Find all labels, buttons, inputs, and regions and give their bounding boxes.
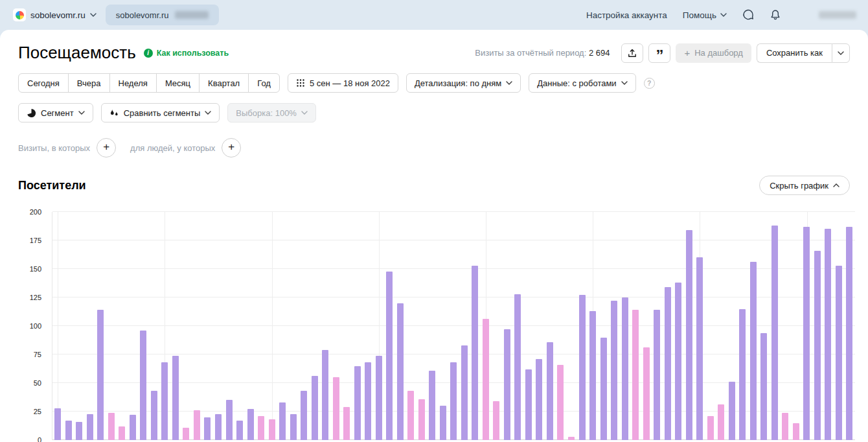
bar[interactable] (707, 416, 714, 440)
bar[interactable] (675, 283, 681, 440)
bar[interactable] (611, 301, 617, 440)
bar[interactable] (236, 421, 243, 440)
bar[interactable] (183, 428, 189, 440)
bell-icon[interactable] (770, 9, 781, 21)
bar[interactable] (354, 366, 361, 440)
user-account[interactable] (797, 6, 856, 23)
bar[interactable] (825, 229, 831, 440)
bar[interactable] (172, 356, 179, 440)
bar[interactable] (194, 410, 200, 440)
bar[interactable] (654, 310, 660, 440)
add-user-condition-button[interactable]: + (222, 138, 241, 157)
chat-icon[interactable] (742, 9, 754, 21)
bar[interactable] (312, 376, 318, 440)
bar[interactable] (140, 331, 146, 440)
segment-button[interactable]: Сегмент (18, 103, 93, 122)
bar[interactable] (108, 413, 115, 440)
period-button-2[interactable]: Неделя (109, 73, 157, 93)
date-range-button[interactable]: 5 сен — 18 ноя 2022 (288, 73, 398, 93)
period-button-3[interactable]: Месяц (156, 73, 200, 93)
bar[interactable] (215, 414, 222, 440)
bar[interactable] (600, 338, 607, 440)
bar[interactable] (54, 408, 61, 440)
counter-switcher[interactable]: sobolevomr.ru (6, 5, 103, 25)
bar[interactable] (269, 419, 275, 440)
bar[interactable] (739, 309, 746, 440)
bar[interactable] (440, 406, 446, 440)
period-button-4[interactable]: Квартал (199, 73, 249, 93)
hide-chart-button[interactable]: Скрыть график (759, 176, 850, 195)
save-as-menu-button[interactable] (832, 43, 850, 63)
detail-button[interactable]: Детализация: по дням (406, 73, 521, 93)
bar[interactable] (760, 333, 767, 440)
bar[interactable] (472, 266, 478, 440)
bar[interactable] (151, 391, 157, 440)
bar[interactable] (536, 359, 542, 440)
bar[interactable] (97, 310, 104, 440)
save-as-button[interactable]: Сохранить как (757, 43, 832, 63)
account-settings-link[interactable]: Настройка аккаунта (586, 10, 667, 20)
bar[interactable] (504, 329, 510, 440)
bar[interactable] (729, 382, 735, 440)
bar[interactable] (568, 437, 575, 440)
bar[interactable] (333, 377, 339, 440)
bar[interactable] (376, 356, 382, 440)
bar[interactable] (450, 362, 457, 440)
bar[interactable] (557, 365, 564, 440)
compare-segments-button[interactable]: Сравнить сегменты (101, 103, 220, 122)
bar[interactable] (632, 310, 639, 440)
bar[interactable] (65, 421, 72, 440)
bar[interactable] (814, 251, 821, 440)
bar[interactable] (493, 401, 499, 440)
data-mode-button[interactable]: Данные: с роботами (529, 73, 635, 93)
bar[interactable] (665, 287, 671, 440)
bar[interactable] (579, 295, 586, 440)
bar[interactable] (589, 311, 596, 440)
quotes-button[interactable]: ” (648, 43, 670, 63)
bar[interactable] (279, 402, 286, 440)
how-to-use-link[interactable]: i Как использовать (144, 49, 229, 58)
bar[interactable] (547, 342, 553, 440)
bar[interactable] (525, 369, 532, 440)
bar[interactable] (161, 362, 168, 440)
bar[interactable] (343, 407, 350, 440)
bar[interactable] (407, 391, 414, 440)
help-menu[interactable]: Помощь (683, 10, 727, 20)
question-icon[interactable]: ? (644, 78, 655, 89)
bar[interactable] (322, 350, 328, 440)
bar[interactable] (301, 391, 307, 440)
bar[interactable] (397, 303, 404, 440)
bar[interactable] (258, 416, 264, 440)
bar[interactable] (803, 227, 810, 440)
bar[interactable] (247, 409, 254, 440)
bar[interactable] (119, 426, 125, 440)
bar[interactable] (836, 266, 842, 440)
counter-tab[interactable]: sobolevomr.ru (106, 5, 220, 25)
bar[interactable] (718, 404, 724, 440)
bar[interactable] (429, 371, 435, 440)
bar[interactable] (643, 347, 650, 440)
bar[interactable] (226, 400, 233, 440)
bar[interactable] (76, 422, 82, 440)
sampling-button[interactable]: Выборка: 100% (227, 103, 316, 122)
bar[interactable] (290, 414, 297, 440)
add-to-dashboard-button[interactable]: + На дашборд (676, 43, 751, 63)
bar[interactable] (87, 414, 93, 440)
bar[interactable] (514, 294, 521, 440)
bar[interactable] (696, 257, 703, 440)
bar[interactable] (793, 423, 799, 440)
bar[interactable] (622, 297, 628, 440)
bar[interactable] (846, 227, 852, 440)
period-button-5[interactable]: Год (248, 73, 280, 93)
period-button-0[interactable]: Сегодня (18, 73, 69, 93)
bar[interactable] (483, 319, 489, 440)
bar[interactable] (365, 362, 371, 440)
bar[interactable] (771, 226, 778, 440)
bar[interactable] (782, 413, 788, 440)
bar[interactable] (204, 417, 211, 440)
bar[interactable] (418, 399, 425, 440)
bar[interactable] (386, 272, 393, 440)
export-button[interactable] (621, 43, 643, 63)
bar[interactable] (461, 345, 468, 440)
bar[interactable] (750, 262, 757, 440)
